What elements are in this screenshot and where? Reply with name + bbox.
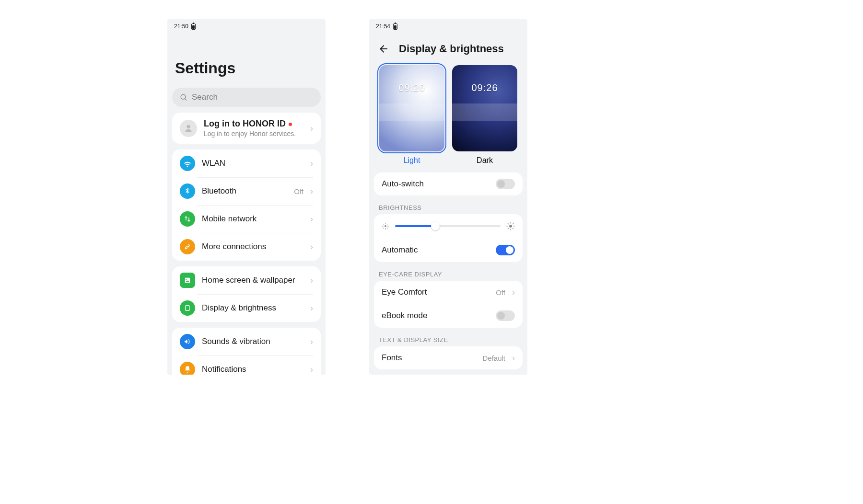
chevron-right-icon: › bbox=[310, 215, 313, 223]
mobile-network-row[interactable]: Mobile network › bbox=[172, 205, 321, 233]
speaker-icon bbox=[180, 334, 195, 349]
page-title: Display & brightness bbox=[399, 43, 504, 55]
honor-id-row[interactable]: Log in to HONOR ID Log in to enjoy Honor… bbox=[172, 113, 321, 144]
fonts-label: Fonts bbox=[382, 353, 476, 363]
wallpaper-icon bbox=[180, 273, 195, 288]
brightness-slider[interactable] bbox=[374, 214, 523, 238]
chevron-right-icon: › bbox=[512, 288, 515, 297]
sounds-card: Sounds & vibration › Notifications › bbox=[172, 328, 321, 375]
search-placeholder: Search bbox=[192, 92, 218, 102]
auto-switch-toggle[interactable] bbox=[496, 179, 515, 189]
bluetooth-label: Bluetooth bbox=[202, 186, 287, 196]
automatic-label: Automatic bbox=[382, 245, 489, 255]
section-brightness: BRIGHTNESS bbox=[369, 195, 527, 214]
sounds-label: Sounds & vibration bbox=[202, 337, 303, 346]
sounds-row[interactable]: Sounds & vibration › bbox=[172, 328, 321, 355]
more-connections-label: More connections bbox=[202, 242, 303, 252]
chevron-right-icon: › bbox=[310, 187, 313, 195]
chevron-right-icon: › bbox=[310, 337, 313, 346]
theme-selector: 09:26 Light 09:26 Dark bbox=[369, 61, 527, 165]
slider-track[interactable] bbox=[395, 225, 501, 227]
page-title: Settings bbox=[167, 31, 326, 88]
settings-screen: 21:50 Settings Search Log in to HONOR ID… bbox=[167, 19, 326, 375]
bluetooth-row[interactable]: Bluetooth Off › bbox=[172, 177, 321, 205]
text-card: Fonts Default › bbox=[374, 346, 523, 369]
auto-switch-row[interactable]: Auto-switch bbox=[374, 172, 523, 195]
slider-knob[interactable] bbox=[431, 222, 440, 230]
section-text: TEXT & DISPLAY SIZE bbox=[369, 328, 527, 346]
theme-light-thumb: 09:26 bbox=[379, 65, 444, 151]
link-icon bbox=[180, 239, 195, 254]
automatic-toggle[interactable] bbox=[496, 245, 515, 255]
bluetooth-value: Off bbox=[294, 187, 303, 195]
chevron-right-icon: › bbox=[512, 354, 515, 362]
thumb-time: 09:26 bbox=[379, 82, 444, 93]
search-input[interactable]: Search bbox=[172, 88, 321, 107]
sun-high-icon bbox=[506, 222, 515, 230]
theme-dark-thumb: 09:26 bbox=[452, 65, 517, 151]
status-bar: 21:50 bbox=[167, 19, 326, 31]
thumb-time: 09:26 bbox=[452, 82, 517, 93]
eye-comfort-value: Off bbox=[496, 288, 505, 297]
mobile-data-icon bbox=[180, 211, 195, 227]
battery-icon bbox=[191, 23, 196, 30]
eyecare-card: Eye Comfort Off › eBook mode bbox=[374, 281, 523, 328]
display-brightness-label: Display & brightness bbox=[202, 303, 303, 313]
display-card: Home screen & wallpaper › Display & brig… bbox=[172, 266, 321, 322]
section-eyecare: EYE-CARE DISPLAY bbox=[369, 262, 527, 281]
theme-dark-option[interactable]: 09:26 Dark bbox=[452, 65, 517, 165]
brightness-card: Automatic bbox=[374, 214, 523, 262]
theme-dark-label: Dark bbox=[477, 156, 493, 165]
display-settings-screen: 21:54 Display & brightness 09:26 Light 0… bbox=[369, 19, 527, 375]
status-time: 21:50 bbox=[174, 23, 188, 30]
ebook-row[interactable]: eBook mode bbox=[374, 304, 523, 328]
chevron-right-icon: › bbox=[310, 304, 313, 312]
status-bar: 21:54 bbox=[369, 19, 527, 31]
more-connections-row[interactable]: More connections › bbox=[172, 233, 321, 261]
fonts-row[interactable]: Fonts Default › bbox=[374, 346, 523, 369]
honor-id-title: Log in to HONOR ID bbox=[204, 119, 303, 129]
arrow-left-icon bbox=[378, 43, 389, 55]
wlan-label: WLAN bbox=[202, 159, 303, 168]
page-header: Display & brightness bbox=[369, 31, 527, 61]
ebook-toggle[interactable] bbox=[496, 310, 515, 321]
home-wallpaper-label: Home screen & wallpaper bbox=[202, 275, 303, 285]
notifications-label: Notifications bbox=[202, 365, 303, 374]
status-time: 21:54 bbox=[376, 23, 390, 30]
eye-comfort-row[interactable]: Eye Comfort Off › bbox=[374, 281, 523, 304]
wlan-row[interactable]: WLAN › bbox=[172, 149, 321, 177]
bluetooth-icon bbox=[180, 183, 195, 199]
theme-light-label: Light bbox=[404, 156, 420, 165]
auto-switch-label: Auto-switch bbox=[382, 179, 489, 189]
auto-switch-card: Auto-switch bbox=[374, 172, 523, 195]
chevron-right-icon: › bbox=[310, 242, 313, 251]
honor-id-card: Log in to HONOR ID Log in to enjoy Honor… bbox=[172, 113, 321, 144]
ebook-label: eBook mode bbox=[382, 311, 489, 321]
bell-icon bbox=[180, 362, 195, 375]
slider-fill bbox=[395, 225, 435, 227]
chevron-right-icon: › bbox=[310, 159, 313, 168]
search-icon bbox=[180, 93, 188, 102]
home-wallpaper-row[interactable]: Home screen & wallpaper › bbox=[172, 266, 321, 294]
notifications-row[interactable]: Notifications › bbox=[172, 355, 321, 375]
svg-point-1 bbox=[509, 225, 512, 228]
chevron-right-icon: › bbox=[310, 276, 313, 285]
sun-low-icon bbox=[382, 222, 389, 230]
connections-card: WLAN › Bluetooth Off › Mobile network › … bbox=[172, 149, 321, 261]
chevron-right-icon: › bbox=[310, 124, 313, 133]
display-brightness-row[interactable]: Display & brightness › bbox=[172, 294, 321, 322]
wifi-icon bbox=[180, 156, 195, 171]
chevron-right-icon: › bbox=[310, 365, 313, 374]
svg-point-0 bbox=[385, 225, 386, 227]
eye-comfort-label: Eye Comfort bbox=[382, 287, 489, 297]
fonts-value: Default bbox=[482, 354, 505, 362]
honor-id-sub: Log in to enjoy Honor services. bbox=[204, 130, 303, 137]
avatar-icon bbox=[180, 120, 197, 137]
theme-light-option[interactable]: 09:26 Light bbox=[379, 65, 444, 165]
automatic-row[interactable]: Automatic bbox=[374, 238, 523, 262]
back-button[interactable] bbox=[377, 42, 390, 56]
battery-icon bbox=[393, 23, 397, 30]
alert-dot-icon bbox=[289, 123, 292, 126]
mobile-label: Mobile network bbox=[202, 214, 303, 224]
display-icon bbox=[180, 300, 195, 316]
